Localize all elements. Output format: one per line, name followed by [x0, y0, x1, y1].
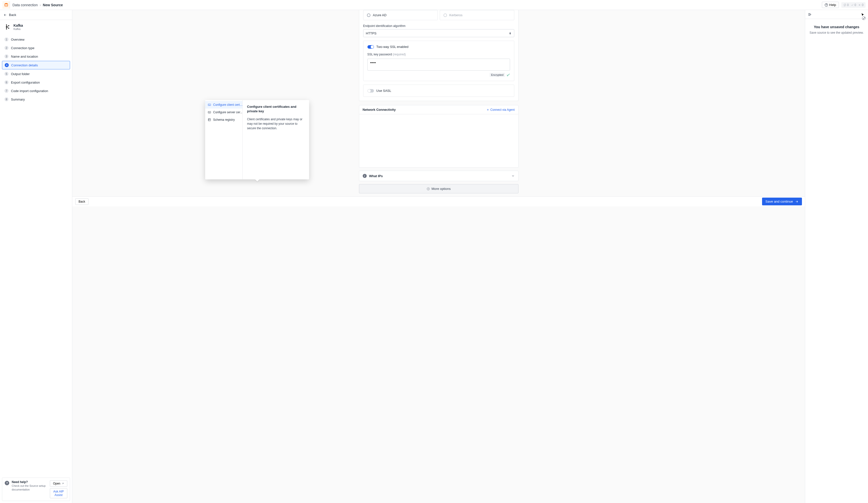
popover-item[interactable]: Configure client cert… — [205, 101, 242, 109]
network-title: Network Connectivity — [363, 108, 396, 111]
plus-icon — [486, 108, 489, 111]
step-label: Name and location — [11, 54, 38, 58]
radio-icon — [444, 13, 447, 17]
refresh-icon — [843, 3, 846, 7]
preview-body: You have unsaved changes Save source to … — [805, 19, 868, 40]
status-close[interactable]: 0 — [858, 3, 864, 7]
ssl-card: Two-way SSL enabled SSL key password (re… — [363, 41, 514, 81]
chevron-right-icon: › — [40, 3, 41, 7]
auth-card: Azure AD Kerberos Endpoint identificatio… — [359, 10, 518, 101]
aip-assist-button[interactable]: Ask AIP Assist — [50, 488, 67, 498]
sasl-card: Use SASL — [363, 84, 514, 97]
status-refresh[interactable]: 0 — [843, 3, 849, 7]
popover-item-label: Configure server cer… — [213, 111, 242, 114]
use-sasl-toggle[interactable] — [368, 89, 374, 92]
auth-radio-row: Azure AD Kerberos — [363, 10, 514, 20]
network-card: Network Connectivity Connect via Agent — [359, 105, 518, 168]
help-icon — [825, 3, 828, 7]
connect-via-agent-link[interactable]: Connect via Agent — [486, 108, 515, 111]
popover-item[interactable]: Schema registry — [205, 116, 242, 123]
bottom-bar: Back Save and continue — [72, 197, 805, 207]
status-check[interactable]: 0 — [851, 3, 856, 7]
panel-collapse-icon[interactable] — [808, 12, 812, 17]
database-icon — [4, 3, 9, 7]
ips-card: i What IPs — [359, 171, 518, 181]
close-icon — [858, 3, 861, 7]
step-label: Summary — [11, 98, 25, 101]
step-number: 1 — [4, 38, 9, 41]
popover-detail: Configure client certificates and privat… — [242, 100, 309, 179]
endpoint-select[interactable]: HTTPS ▲▼ — [363, 29, 514, 37]
encrypted-row: Encrypted — [368, 73, 510, 77]
unsaved-sub: Save source to see the updated preview. — [809, 31, 865, 34]
help-card: ? Need help? Check out the Source setup … — [2, 477, 70, 501]
app-logo[interactable] — [2, 1, 10, 9]
source-title: Kafka — [13, 23, 23, 28]
sidebar-footer: ? Need help? Check out the Source setup … — [0, 477, 72, 503]
step-summary[interactable]: 8Summary — [2, 95, 70, 103]
radio-azure-ad[interactable]: Azure AD — [363, 10, 438, 20]
header-left: Data connection › New Source — [2, 1, 63, 9]
svg-point-5 — [6, 29, 7, 29]
back-button[interactable]: Back — [75, 198, 89, 205]
status-chips: 0 0 0 — [841, 2, 866, 8]
step-number: 5 — [4, 72, 9, 76]
step-code-import-configuration[interactable]: 7Code import configuration — [2, 87, 70, 95]
step-number: 3 — [4, 54, 9, 58]
help-buttons: Open Ask AIP Assist — [50, 480, 67, 498]
help-button[interactable]: Help — [822, 2, 839, 8]
step-output-folder[interactable]: 5Output folder — [2, 70, 70, 78]
svg-point-6 — [8, 25, 9, 26]
popover-item[interactable]: Configure server cer… — [205, 109, 242, 116]
breadcrumb-root[interactable]: Data connection — [12, 3, 38, 7]
step-label: Export configuration — [11, 81, 40, 84]
more-options-popover: Configure client cert…Configure server c… — [205, 100, 309, 179]
more-options-button[interactable]: More options — [359, 184, 518, 193]
step-label: Code import configuration — [11, 89, 48, 93]
step-connection-type[interactable]: 2Connection type — [2, 44, 70, 52]
sidebar: Back Kafka Kafka 1Overview2Connection ty… — [0, 10, 72, 503]
encrypted-check-icon — [507, 73, 510, 77]
arrow-left-icon — [3, 13, 7, 17]
unsaved-title: You have unsaved changes — [809, 25, 865, 29]
step-list: 1Overview2Connection type3Name and locat… — [0, 34, 72, 477]
popover-item-label: Schema registry — [213, 118, 235, 121]
step-number: 7 — [4, 89, 9, 93]
what-ips-row[interactable]: i What IPs — [359, 171, 518, 181]
step-connection-details[interactable]: 4Connection details — [2, 61, 70, 69]
step-number: 4 — [5, 63, 9, 67]
ssl-pwd-label: SSL key password (required) — [368, 53, 510, 56]
svg-point-0 — [5, 3, 8, 4]
card-icon — [208, 118, 211, 121]
step-name-and-location[interactable]: 3Name and location — [2, 52, 70, 60]
source-subtitle: Kafka — [13, 28, 23, 30]
top-header: Data connection › New Source Help 0 0 0 — [0, 0, 868, 10]
chevron-down-icon — [511, 174, 515, 178]
ssl-password-input[interactable]: ••••• — [368, 59, 510, 71]
two-way-ssl-toggle[interactable] — [368, 45, 374, 49]
preview-panel: You have unsaved changes Save source to … — [805, 10, 868, 503]
radio-kerberos[interactable]: Kerberos — [440, 10, 514, 20]
step-export-configuration[interactable]: 6Export configuration — [2, 78, 70, 86]
select-arrows-icon: ▲▼ — [509, 32, 512, 34]
save-continue-button[interactable]: Save and continue — [762, 198, 802, 205]
external-link-icon — [62, 482, 64, 485]
popover-title: Configure client certificates and privat… — [247, 104, 304, 113]
two-way-ssl-toggle-row: Two-way SSL enabled — [368, 45, 510, 49]
step-number: 8 — [4, 97, 9, 101]
step-label: Output folder — [11, 72, 30, 76]
info-icon: i — [363, 174, 367, 178]
source-header: Kafka Kafka — [0, 20, 72, 34]
popover-description: Client certificates and private keys may… — [247, 117, 304, 131]
back-link[interactable]: Back — [0, 10, 72, 20]
encrypted-badge: Encrypted — [489, 73, 505, 77]
popover-menu: Configure client cert…Configure server c… — [205, 100, 242, 179]
question-icon: ? — [5, 481, 9, 485]
card-icon — [208, 111, 211, 114]
step-overview[interactable]: 1Overview — [2, 36, 70, 43]
breadcrumb: Data connection › New Source — [12, 3, 63, 7]
main-scroll[interactable]: Azure AD Kerberos Endpoint identificatio… — [72, 10, 805, 503]
main: Azure AD Kerberos Endpoint identificatio… — [72, 10, 868, 503]
open-docs-button[interactable]: Open — [50, 480, 67, 487]
step-number: 6 — [4, 80, 9, 84]
